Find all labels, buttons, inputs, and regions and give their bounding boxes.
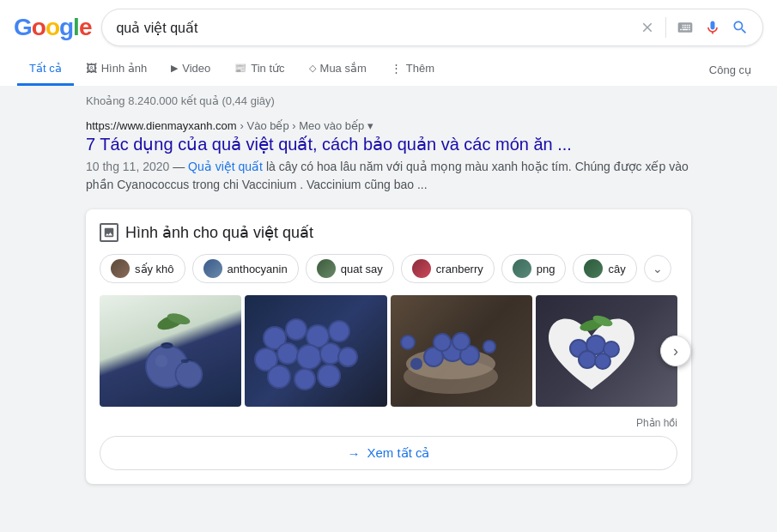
svg-point-57	[580, 352, 595, 367]
tab-tin-tuc[interactable]: 📰 Tin tức	[222, 53, 296, 86]
result-domain-link[interactable]: https://www.dienmayxanh.com	[86, 119, 237, 132]
svg-point-30	[295, 370, 314, 389]
logo-o2: o	[46, 14, 59, 41]
svg-point-59	[596, 354, 610, 368]
mic-button[interactable]	[704, 19, 721, 36]
svg-point-4	[155, 355, 167, 368]
chip-cranberry[interactable]: cranberry	[401, 254, 495, 283]
svg-point-12	[287, 320, 306, 339]
tab-video[interactable]: ▶ Video	[159, 53, 222, 86]
tab-tat-ca[interactable]: Tất cả	[17, 53, 74, 86]
tab-tin-tuc-label: Tin tức	[251, 62, 284, 75]
tab-them-label: Thêm	[406, 62, 434, 75]
search-bar	[101, 9, 763, 46]
chip-label-quat-say: quat say	[341, 263, 383, 275]
blueberry-svg-1	[132, 308, 209, 394]
tin-tuc-icon: 📰	[234, 63, 246, 74]
chip-img-cranberry	[412, 259, 431, 278]
results-area: Khoảng 8.240.000 kết quả (0,44 giây) htt…	[0, 86, 777, 532]
chip-img-png	[513, 259, 531, 278]
result-date: 10 thg 11, 2020	[86, 160, 169, 173]
svg-point-14	[307, 326, 328, 347]
them-icon: ⋮	[391, 62, 402, 75]
snippet-bold: Quả việt quất	[188, 160, 263, 173]
logo-e: e	[79, 14, 92, 41]
chip-label-cranberry: cranberry	[436, 263, 483, 275]
svg-point-24	[321, 344, 340, 363]
tab-hinh-anh[interactable]: 🖼 Hình ảnh	[74, 53, 160, 86]
image-thumb-1[interactable]	[100, 295, 241, 407]
nav-tabs: Tất cả 🖼 Hình ảnh ▶ Video 📰 Tin tức ◇ Mu…	[14, 53, 763, 86]
search-button[interactable]	[731, 19, 749, 36]
clear-icon	[640, 20, 655, 35]
header: Google	[0, 0, 777, 86]
keyboard-button[interactable]	[677, 19, 694, 36]
svg-point-32	[319, 366, 339, 386]
feedback-link[interactable]: Phản hồi	[100, 417, 677, 429]
video-icon: ▶	[171, 63, 178, 74]
search-input[interactable]	[116, 20, 640, 35]
result-url: https://www.dienmayxanh.com › Vào bếp › …	[86, 119, 691, 132]
mua-sam-icon: ◇	[309, 63, 316, 74]
image-grid-container: › Phản hồi	[100, 295, 677, 429]
view-all-arrow-icon: →	[347, 446, 360, 461]
chip-img-quat-say	[317, 259, 336, 278]
chip-img-cay	[584, 259, 603, 278]
tab-tat-ca-label: Tất cả	[29, 62, 62, 75]
expand-icon: ⌄	[653, 262, 663, 275]
image-thumb-2[interactable]	[245, 295, 386, 407]
chip-png[interactable]: png	[501, 254, 567, 283]
svg-point-22	[298, 346, 320, 368]
image-panel-header: Hình ảnh cho quả việt quất	[100, 223, 677, 242]
chip-label-png: png	[537, 263, 555, 275]
view-all-button[interactable]: → Xem tất cả	[100, 436, 677, 470]
chip-label-say-kho: sấy khô	[135, 263, 174, 275]
clear-button[interactable]	[640, 20, 655, 35]
chip-say-kho[interactable]: sấy khô	[100, 254, 185, 283]
svg-point-46	[402, 336, 414, 348]
logo-o1: o	[32, 14, 46, 41]
chip-img-say-kho	[111, 259, 130, 278]
svg-point-20	[278, 344, 297, 363]
chip-quat-say[interactable]: quat say	[306, 254, 394, 283]
svg-point-48	[484, 342, 495, 352]
tools-button[interactable]: Công cụ	[697, 55, 763, 85]
dropdown-icon[interactable]: ▾	[367, 119, 373, 132]
image-thumb-3[interactable]	[391, 295, 532, 407]
svg-point-44	[453, 334, 469, 349]
blueberry-svg-3	[391, 295, 511, 407]
chip-cay[interactable]: cây	[573, 254, 636, 283]
next-image-button[interactable]: ›	[660, 336, 691, 366]
snippet-dash: —	[173, 160, 188, 173]
image-icon	[103, 227, 115, 239]
svg-point-42	[434, 335, 450, 350]
tab-video-label: Video	[182, 62, 210, 75]
first-result: https://www.dienmayxanh.com › Vào bếp › …	[86, 119, 691, 194]
chip-expand-button[interactable]: ⌄	[644, 255, 671, 282]
blueberry-svg-2	[245, 295, 365, 407]
svg-point-7	[176, 362, 201, 387]
tab-mua-sam[interactable]: ◇ Mua sắm	[297, 53, 379, 86]
logo-g1: G	[14, 14, 32, 41]
next-arrow-icon: ›	[673, 342, 678, 360]
svg-point-26	[339, 348, 356, 366]
logo-g2: g	[59, 14, 73, 41]
logo-l: l	[73, 14, 79, 41]
image-thumb-4[interactable]	[536, 295, 677, 407]
result-title-link[interactable]: 7 Tác dụng của quả việt quất, cách bảo q…	[86, 134, 691, 154]
chip-anthocyanin[interactable]: anthocyanin	[192, 254, 299, 283]
hinh-anh-icon: 🖼	[86, 62, 97, 75]
results-stats: Khoảng 8.240.000 kết quả (0,44 giây)	[86, 94, 691, 107]
image-panel-icon	[100, 223, 118, 242]
mic-icon	[704, 19, 721, 36]
search-icon	[731, 19, 749, 36]
svg-point-28	[269, 366, 289, 387]
chip-label-anthocyanin: anthocyanin	[228, 263, 288, 275]
search-icons	[640, 17, 749, 38]
image-panel-title: Hình ảnh cho quả việt quất	[125, 223, 313, 242]
tab-them[interactable]: ⋮ Thêm	[379, 53, 446, 86]
tab-mua-sam-label: Mua sắm	[320, 62, 367, 75]
tab-hinh-anh-label: Hình ảnh	[101, 62, 148, 75]
image-panel: Hình ảnh cho quả việt quất sấy khô antho…	[86, 209, 691, 484]
filter-chips: sấy khô anthocyanin quat say cranberry p…	[100, 254, 677, 283]
